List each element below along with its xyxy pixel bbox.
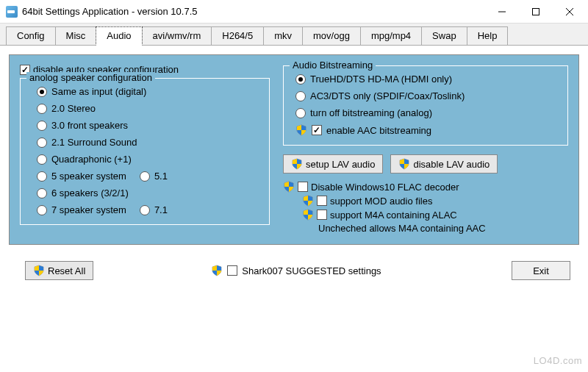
bitstream-label-1: AC3/DTS only (SPDIF/Coax/Toslink) [310, 90, 465, 101]
tab-mkv[interactable]: mkv [263, 26, 303, 45]
enable-aac-label: enable AAC bitstreaming [326, 125, 431, 136]
minimize-button[interactable] [485, 1, 519, 23]
analog-option-0[interactable]: Same as input (digital) [26, 83, 263, 100]
app-icon [6, 6, 18, 18]
tab-help[interactable]: Help [467, 26, 509, 45]
shield-icon [283, 181, 295, 193]
right-column: Audio Bitstreaming TrueHD/DTS HD-MA (HDM… [283, 64, 568, 234]
tab-content: disable auto speaker configuration anolo… [0, 46, 588, 254]
tab-config[interactable]: Config [6, 26, 56, 45]
analog-label-7: 7 speaker system [51, 204, 126, 215]
tab-avi-wmv-rm[interactable]: avi/wmv/rm [142, 26, 212, 45]
reset-all-label: Reset All [48, 265, 85, 276]
analog-radio-3[interactable] [37, 137, 47, 148]
bitstream-radio-0[interactable] [295, 74, 306, 85]
svg-rect-1 [533, 8, 539, 15]
tab-mpg-mp4[interactable]: mpg/mp4 [360, 26, 422, 45]
maximize-icon [532, 8, 539, 15]
analog-extra-7[interactable]: 7.1 [140, 204, 168, 215]
analog-option-4[interactable]: Quadraphonic (+1) [26, 151, 263, 168]
close-button[interactable] [553, 1, 587, 23]
left-column: disable auto speaker configuration anolo… [20, 64, 270, 234]
analog-legend: anolog speaker configuration [26, 72, 155, 83]
analog-label-6: 6 speakers (3/2/1) [51, 187, 129, 198]
analog-radio-6[interactable] [37, 188, 47, 198]
bitstream-radio-1[interactable] [295, 91, 306, 101]
window-controls [485, 1, 587, 23]
analog-label-4: Quadraphonic (+1) [51, 154, 132, 165]
shield-icon [211, 265, 223, 276]
m4a-label: support M4A containing ALAC [330, 210, 457, 221]
analog-label-1: 2.0 Stereo [51, 103, 96, 114]
analog-radio-7[interactable] [37, 205, 47, 215]
analog-option-5[interactable]: 5 speaker system5.1 [26, 168, 263, 185]
mod-row[interactable]: support MOD audio files [283, 195, 568, 207]
analog-radio-5[interactable] [37, 171, 47, 182]
bitstream-radio-2[interactable] [295, 108, 306, 118]
analog-radio-4[interactable] [37, 154, 47, 165]
setup-lav-button[interactable]: setup LAV audio [283, 154, 383, 174]
analog-extra-label-5: 5.1 [154, 171, 168, 182]
flac-row[interactable]: Disable Windows10 FLAC decoder [283, 181, 568, 193]
tab-h264-5[interactable]: H264/5 [211, 26, 264, 45]
bitstream-option-0[interactable]: TrueHD/DTS HD-MA (HDMI only) [290, 71, 562, 87]
minimize-icon [498, 8, 506, 15]
suggested-label: Shark007 SUGGESTED settings [242, 265, 381, 276]
analog-label-2: 3.0 front speakers [51, 120, 128, 131]
maximize-button[interactable] [519, 1, 553, 23]
analog-extra-5[interactable]: 5.1 [140, 171, 168, 182]
bitstream-label-0: TrueHD/DTS HD-MA (HDMI only) [310, 74, 452, 85]
bitstream-fieldset: Audio Bitstreaming TrueHD/DTS HD-MA (HDM… [283, 65, 568, 146]
mod-label: support MOD audio files [330, 196, 432, 207]
shield-icon [398, 158, 410, 170]
m4a-info: Uncheched allows M4A containing AAC [283, 223, 568, 234]
shield-icon [302, 209, 314, 221]
enable-aac-checkbox[interactable] [312, 125, 322, 135]
bitstream-legend: Audio Bitstreaming [290, 60, 376, 71]
analog-fieldset: anolog speaker configuration Same as inp… [20, 78, 270, 225]
shield-icon [33, 265, 45, 276]
tab-misc[interactable]: Misc [55, 26, 97, 45]
analog-label-3: 2.1 Surround Sound [51, 137, 137, 148]
disable-lav-label: disable LAV audio [413, 159, 490, 170]
audio-panel: disable auto speaker configuration anolo… [9, 54, 579, 245]
analog-extra-radio-5[interactable] [140, 171, 150, 182]
analog-option-2[interactable]: 3.0 front speakers [26, 117, 263, 134]
m4a-row[interactable]: support M4A containing ALAC [283, 209, 568, 221]
tabbar: ConfigMiscAudioavi/wmv/rmH264/5mkvmov/og… [0, 24, 588, 46]
mod-checkbox[interactable] [317, 196, 327, 206]
suggested-row[interactable]: Shark007 SUGGESTED settings [211, 265, 381, 276]
titlebar: 64bit Settings Application - version 10.… [0, 0, 588, 24]
close-icon [566, 8, 573, 15]
watermark: LO4D.com [534, 355, 582, 366]
analog-radio-1[interactable] [37, 104, 47, 114]
analog-radio-0[interactable] [37, 87, 47, 97]
analog-radio-2[interactable] [37, 121, 47, 131]
footer: Reset All Shark007 SUGGESTED settings Ex… [0, 254, 588, 287]
analog-option-1[interactable]: 2.0 Stereo [26, 100, 263, 117]
reset-all-button[interactable]: Reset All [25, 261, 93, 280]
analog-option-3[interactable]: 2.1 Surround Sound [26, 134, 263, 151]
tab-audio[interactable]: Audio [96, 26, 142, 46]
shield-icon [302, 195, 314, 207]
tab-swap[interactable]: Swap [421, 26, 467, 45]
analog-extra-label-7: 7.1 [154, 204, 168, 215]
analog-option-7[interactable]: 7 speaker system7.1 [26, 201, 263, 218]
suggested-checkbox[interactable] [227, 265, 237, 276]
bitstream-option-2[interactable]: turn off bitstreaming (analog) [290, 104, 562, 121]
bitstream-option-1[interactable]: AC3/DTS only (SPDIF/Coax/Toslink) [290, 87, 562, 104]
flac-checkbox[interactable] [298, 182, 308, 192]
tab-mov-ogg[interactable]: mov/ogg [302, 26, 361, 45]
disable-lav-button[interactable]: disable LAV audio [390, 154, 498, 174]
analog-extra-radio-7[interactable] [140, 205, 150, 215]
setup-lav-label: setup LAV audio [306, 159, 375, 170]
flac-label: Disable Windows10 FLAC decoder [311, 182, 459, 193]
analog-option-6[interactable]: 6 speakers (3/2/1) [26, 185, 263, 201]
exit-button[interactable]: Exit [512, 261, 570, 280]
extra-options: Disable Windows10 FLAC decoder support M… [283, 181, 568, 234]
analog-label-5: 5 speaker system [51, 171, 126, 182]
m4a-checkbox[interactable] [317, 210, 327, 220]
analog-label-0: Same as input (digital) [51, 86, 146, 97]
lav-buttons: setup LAV audio disable LAV audio [283, 154, 568, 174]
enable-aac-row[interactable]: enable AAC bitstreaming [290, 121, 562, 139]
